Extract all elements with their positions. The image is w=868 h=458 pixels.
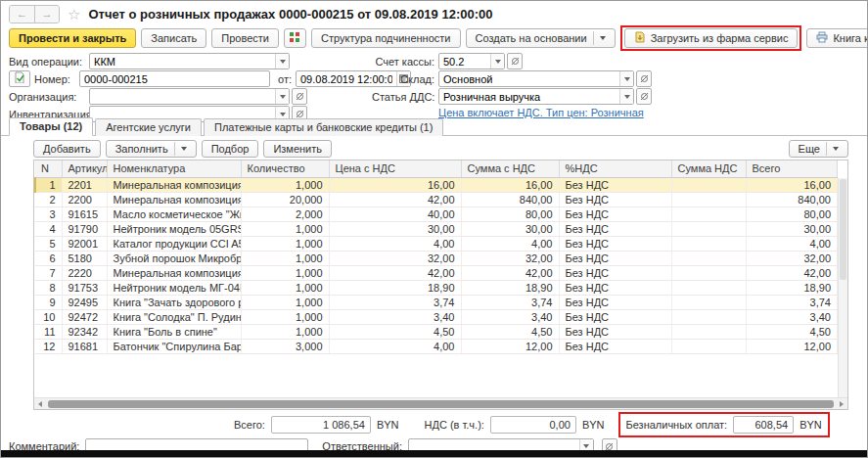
table-cell[interactable]: 9	[35, 295, 62, 309]
table-cell[interactable]	[671, 177, 746, 192]
table-cell[interactable]: 91681	[62, 339, 107, 353]
post-button[interactable]: Провести	[211, 28, 279, 48]
table-cell[interactable]: 42,00	[461, 265, 559, 280]
table-cell[interactable]: 4,00	[461, 236, 559, 251]
column-header-quantity[interactable]: Количество	[241, 160, 329, 177]
operation-type-input[interactable]	[90, 54, 275, 69]
table-cell[interactable]: Без НДС	[559, 309, 671, 324]
table-cell[interactable]: 92001	[62, 236, 107, 251]
table-cell[interactable]: 80,00	[746, 206, 838, 221]
scroll-left-arrow-icon[interactable]	[34, 398, 46, 410]
table-cell[interactable]: Батончик "Спирулина Бар с орехом ...	[107, 339, 241, 353]
horizontal-scrollbar[interactable]	[34, 397, 847, 409]
table-cell[interactable]: Минеральная композиция из прир. к...	[107, 192, 241, 206]
number-input[interactable]	[80, 71, 269, 86]
table-row[interactable]: 1192342Книга "Боль в спине"1,0004,504,50…	[35, 324, 838, 339]
cash-account-input[interactable]	[439, 54, 490, 69]
table-cell[interactable]: 3,40	[329, 309, 461, 324]
table-cell[interactable]: 1,000	[241, 265, 329, 280]
table-cell[interactable]: 40,00	[329, 206, 461, 221]
cashflow-item-dropdown-button[interactable]	[619, 89, 633, 104]
table-cell[interactable]: 5180	[62, 251, 107, 265]
table-row[interactable]: 992495Книга "Зачать здорового ребенка" ч…	[35, 295, 838, 309]
table-row[interactable]: 592001Каталог продукции CCI A51,0004,004…	[35, 236, 838, 251]
column-header-nomenclature[interactable]: Номенклатура	[107, 160, 241, 177]
column-header-total[interactable]: Всего	[746, 160, 838, 177]
horizontal-scrollbar-thumb[interactable]	[48, 400, 834, 408]
back-button[interactable]: ←	[10, 6, 34, 23]
table-cell[interactable]: Без НДС	[559, 177, 671, 192]
table-row[interactable]: 491790Нейтроник модель 05GRS1,00030,0030…	[35, 221, 838, 236]
table-cell[interactable]: Без НДС	[559, 280, 671, 295]
column-header-price-vat[interactable]: Цена с НДС	[329, 160, 461, 177]
table-cell[interactable]: Без НДС	[559, 339, 671, 353]
column-header-vat-sum[interactable]: Сумма НДС	[671, 160, 746, 177]
operation-type-dropdown-button[interactable]	[275, 54, 289, 69]
table-cell[interactable]: 4	[35, 221, 62, 236]
table-cell[interactable]: 1,000	[241, 280, 329, 295]
table-cell[interactable]: 32,00	[329, 251, 461, 265]
table-cell[interactable]: 30,00	[329, 221, 461, 236]
table-cell[interactable]: 5	[35, 236, 62, 251]
table-cell[interactable]: 3,000	[241, 339, 329, 353]
table-cell[interactable]: 1,000	[241, 177, 329, 192]
table-cell[interactable]: 12	[35, 339, 62, 353]
table-cell[interactable]: Без НДС	[559, 192, 671, 206]
table-cell[interactable]: 3,74	[329, 295, 461, 309]
table-row[interactable]: 891753Нейтроник модель МГ-04М1,00018,901…	[35, 280, 838, 295]
table-cell[interactable]	[671, 206, 746, 221]
table-cell[interactable]: 7	[35, 265, 62, 280]
table-cell[interactable]: 32,00	[746, 251, 838, 265]
table-row[interactable]: 1092472Книга "Солодка" П. Рудин1,0003,40…	[35, 309, 838, 324]
table-row[interactable]: 1291681Батончик "Спирулина Бар с орехом …	[35, 339, 838, 353]
table-more-button[interactable]: Еще	[789, 140, 848, 158]
table-cell[interactable]	[671, 236, 746, 251]
table-cell[interactable]: 4,50	[329, 324, 461, 339]
table-cell[interactable]: Минеральная композиция для воды ...	[107, 265, 241, 280]
table-cell[interactable]: 1,000	[241, 251, 329, 265]
pick-button[interactable]: Подбор	[202, 140, 259, 158]
column-header-n[interactable]: N	[35, 160, 62, 177]
table-cell[interactable]: 4,50	[746, 324, 838, 339]
add-row-button[interactable]: Добавить	[33, 140, 101, 158]
table-cell[interactable]: Без НДС	[559, 221, 671, 236]
table-cell[interactable]: 4,00	[746, 236, 838, 251]
tab-goods[interactable]: Товары (12)	[9, 117, 93, 136]
table-cell[interactable]: 2	[35, 192, 62, 206]
create-based-on-button[interactable]: Создать на основании	[466, 28, 616, 48]
column-header-vat-rate[interactable]: %НДС	[559, 160, 671, 177]
vertical-scrollbar[interactable]	[838, 178, 847, 397]
table-cell[interactable]: 80,00	[461, 206, 559, 221]
tab-agent-services[interactable]: Агентские услуги	[95, 118, 202, 136]
table-cell[interactable]: 840,00	[746, 192, 838, 206]
cashflow-item-open-button[interactable]	[636, 88, 652, 105]
cash-account-dropdown-button[interactable]	[490, 54, 504, 69]
price-type-link[interactable]: Цена включает НДС. Тип цен: Розничная	[438, 107, 644, 118]
column-header-sum-vat[interactable]: Сумма с НДС	[461, 160, 559, 177]
table-cell[interactable]: 91790	[62, 221, 107, 236]
table-cell[interactable]: 91615	[62, 206, 107, 221]
scroll-right-arrow-icon[interactable]	[836, 398, 847, 410]
warehouse-dropdown-button[interactable]	[619, 71, 633, 86]
table-cell[interactable]: Нейтроник модель МГ-04М	[107, 280, 241, 295]
cash-account-open-button[interactable]	[507, 53, 523, 69]
fill-button[interactable]: Заполнить	[106, 140, 197, 158]
write-button[interactable]: Записать	[141, 28, 206, 48]
table-cell[interactable]: 2201	[62, 177, 107, 192]
tab-payment-cards[interactable]: Платежные карты и банковские кредиты (1)	[204, 118, 443, 136]
table-cell[interactable]: 3,40	[746, 309, 838, 324]
table-cell[interactable]: 2220	[62, 265, 107, 280]
table-cell[interactable]: 92495	[62, 295, 107, 309]
table-cell[interactable]: 3,74	[461, 295, 559, 309]
organization-open-button[interactable]	[292, 88, 307, 105]
document-journal-button[interactable]	[9, 70, 30, 87]
table-cell[interactable]: 30,00	[461, 221, 559, 236]
table-cell[interactable]: 3,74	[746, 295, 838, 309]
favorite-star-icon[interactable]: ☆	[68, 7, 80, 22]
table-cell[interactable]	[671, 280, 746, 295]
table-cell[interactable]: 92342	[62, 324, 107, 339]
table-cell[interactable]: Нейтроник модель 05GRS	[107, 221, 241, 236]
table-cell[interactable]: 1,000	[241, 295, 329, 309]
table-cell[interactable]: 2,000	[241, 206, 329, 221]
table-cell[interactable]: Зубной порошок Микробрайт с микр...	[107, 251, 241, 265]
